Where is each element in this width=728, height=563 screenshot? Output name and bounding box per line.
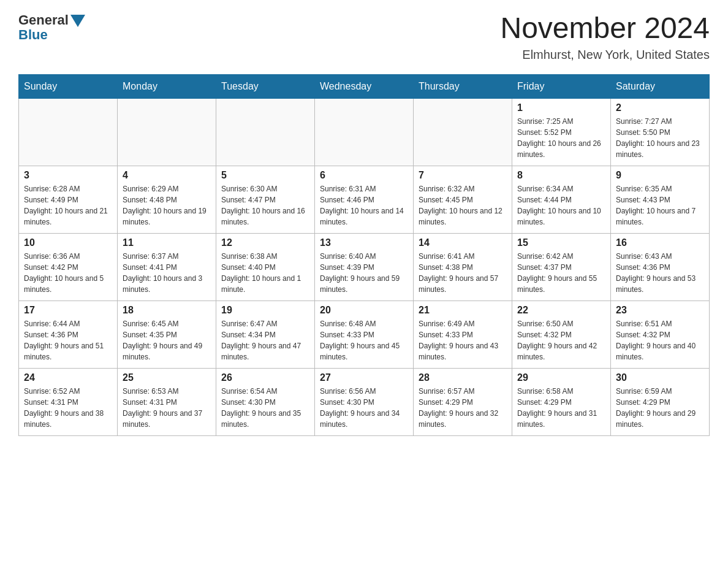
day-number: 10 — [24, 237, 112, 248]
calendar-cell: 13Sunrise: 6:40 AMSunset: 4:39 PMDayligh… — [315, 233, 414, 301]
day-info: Sunrise: 6:31 AMSunset: 4:46 PMDaylight:… — [320, 183, 408, 228]
calendar-day-header: Friday — [512, 74, 611, 98]
day-number: 3 — [24, 170, 112, 181]
day-info: Sunrise: 6:49 AMSunset: 4:33 PMDaylight:… — [419, 318, 507, 362]
calendar-day-header: Monday — [118, 74, 216, 98]
day-info: Sunrise: 6:50 AMSunset: 4:32 PMDaylight:… — [517, 318, 605, 362]
day-info: Sunrise: 6:56 AMSunset: 4:30 PMDaylight:… — [320, 386, 408, 430]
calendar-cell — [19, 98, 118, 166]
day-number: 27 — [320, 372, 408, 383]
day-number: 16 — [616, 237, 704, 248]
calendar-cell — [216, 98, 315, 166]
calendar-table: SundayMondayTuesdayWednesdayThursdayFrid… — [18, 74, 710, 436]
calendar-cell: 28Sunrise: 6:57 AMSunset: 4:29 PMDayligh… — [414, 368, 512, 435]
day-number: 6 — [320, 170, 408, 181]
day-info: Sunrise: 6:52 AMSunset: 4:31 PMDaylight:… — [24, 386, 112, 430]
day-number: 18 — [123, 305, 211, 316]
calendar-cell — [315, 98, 414, 166]
day-number: 23 — [616, 305, 704, 316]
day-number: 26 — [221, 372, 309, 383]
calendar-day-header: Wednesday — [315, 74, 414, 98]
day-info: Sunrise: 6:57 AMSunset: 4:29 PMDaylight:… — [419, 386, 507, 430]
day-number: 25 — [123, 372, 211, 383]
calendar-cell: 7Sunrise: 6:32 AMSunset: 4:45 PMDaylight… — [414, 166, 512, 233]
calendar-cell — [118, 98, 216, 166]
day-info: Sunrise: 6:30 AMSunset: 4:47 PMDaylight:… — [221, 183, 309, 228]
calendar-cell: 30Sunrise: 6:59 AMSunset: 4:29 PMDayligh… — [611, 368, 710, 435]
day-number: 1 — [517, 102, 605, 113]
day-number: 30 — [616, 372, 704, 383]
calendar-day-header: Sunday — [19, 74, 118, 98]
title-section: November 2024 Elmhurst, New York, United… — [500, 12, 710, 62]
day-info: Sunrise: 6:45 AMSunset: 4:35 PMDaylight:… — [123, 318, 211, 362]
calendar-cell: 3Sunrise: 6:28 AMSunset: 4:49 PMDaylight… — [19, 166, 118, 233]
calendar-cell: 23Sunrise: 6:51 AMSunset: 4:32 PMDayligh… — [611, 301, 710, 368]
calendar-cell: 6Sunrise: 6:31 AMSunset: 4:46 PMDaylight… — [315, 166, 414, 233]
day-info: Sunrise: 6:44 AMSunset: 4:36 PMDaylight:… — [24, 318, 112, 362]
day-number: 12 — [221, 237, 309, 248]
calendar-cell: 1Sunrise: 7:25 AMSunset: 5:52 PMDaylight… — [512, 98, 611, 166]
day-info: Sunrise: 6:28 AMSunset: 4:49 PMDaylight:… — [24, 183, 112, 228]
day-number: 28 — [419, 372, 507, 383]
day-info: Sunrise: 6:59 AMSunset: 4:29 PMDaylight:… — [616, 386, 704, 430]
calendar-cell: 20Sunrise: 6:48 AMSunset: 4:33 PMDayligh… — [315, 301, 414, 368]
calendar-cell — [414, 98, 512, 166]
calendar-cell: 24Sunrise: 6:52 AMSunset: 4:31 PMDayligh… — [19, 368, 118, 435]
calendar-week-row: 3Sunrise: 6:28 AMSunset: 4:49 PMDaylight… — [19, 166, 710, 233]
calendar-day-header: Tuesday — [216, 74, 315, 98]
day-info: Sunrise: 6:53 AMSunset: 4:31 PMDaylight:… — [123, 386, 211, 430]
day-number: 15 — [517, 237, 605, 248]
calendar-week-row: 1Sunrise: 7:25 AMSunset: 5:52 PMDaylight… — [19, 98, 710, 166]
day-info: Sunrise: 6:29 AMSunset: 4:48 PMDaylight:… — [123, 183, 211, 228]
day-number: 8 — [517, 170, 605, 181]
day-info: Sunrise: 6:34 AMSunset: 4:44 PMDaylight:… — [517, 183, 605, 228]
day-info: Sunrise: 6:42 AMSunset: 4:37 PMDaylight:… — [517, 251, 605, 295]
calendar-cell: 14Sunrise: 6:41 AMSunset: 4:38 PMDayligh… — [414, 233, 512, 301]
calendar-cell: 5Sunrise: 6:30 AMSunset: 4:47 PMDaylight… — [216, 166, 315, 233]
day-number: 17 — [24, 305, 112, 316]
day-number: 20 — [320, 305, 408, 316]
calendar-cell: 15Sunrise: 6:42 AMSunset: 4:37 PMDayligh… — [512, 233, 611, 301]
day-number: 2 — [616, 102, 704, 113]
day-number: 4 — [123, 170, 211, 181]
calendar-cell: 8Sunrise: 6:34 AMSunset: 4:44 PMDaylight… — [512, 166, 611, 233]
logo-general-text: General — [18, 12, 69, 28]
calendar-cell: 17Sunrise: 6:44 AMSunset: 4:36 PMDayligh… — [19, 301, 118, 368]
logo-triangle-icon — [70, 15, 85, 27]
calendar-cell: 29Sunrise: 6:58 AMSunset: 4:29 PMDayligh… — [512, 368, 611, 435]
page-header: General Blue November 2024 Elmhurst, New… — [18, 12, 710, 62]
calendar-week-row: 24Sunrise: 6:52 AMSunset: 4:31 PMDayligh… — [19, 368, 710, 435]
logo: General Blue — [18, 12, 85, 43]
day-info: Sunrise: 6:40 AMSunset: 4:39 PMDaylight:… — [320, 251, 408, 295]
day-info: Sunrise: 6:58 AMSunset: 4:29 PMDaylight:… — [517, 386, 605, 430]
day-info: Sunrise: 6:54 AMSunset: 4:30 PMDaylight:… — [221, 386, 309, 430]
calendar-cell: 9Sunrise: 6:35 AMSunset: 4:43 PMDaylight… — [611, 166, 710, 233]
calendar-cell: 16Sunrise: 6:43 AMSunset: 4:36 PMDayligh… — [611, 233, 710, 301]
calendar-week-row: 10Sunrise: 6:36 AMSunset: 4:42 PMDayligh… — [19, 233, 710, 301]
day-number: 24 — [24, 372, 112, 383]
calendar-cell: 19Sunrise: 6:47 AMSunset: 4:34 PMDayligh… — [216, 301, 315, 368]
calendar-cell: 25Sunrise: 6:53 AMSunset: 4:31 PMDayligh… — [118, 368, 216, 435]
calendar-day-header: Thursday — [414, 74, 512, 98]
day-number: 22 — [517, 305, 605, 316]
day-number: 7 — [419, 170, 507, 181]
day-info: Sunrise: 6:43 AMSunset: 4:36 PMDaylight:… — [616, 251, 704, 295]
location-title: Elmhurst, New York, United States — [500, 48, 710, 62]
day-info: Sunrise: 6:32 AMSunset: 4:45 PMDaylight:… — [419, 183, 507, 228]
calendar-cell: 26Sunrise: 6:54 AMSunset: 4:30 PMDayligh… — [216, 368, 315, 435]
day-info: Sunrise: 6:47 AMSunset: 4:34 PMDaylight:… — [221, 318, 309, 362]
day-number: 14 — [419, 237, 507, 248]
month-title: November 2024 — [500, 12, 710, 45]
day-number: 11 — [123, 237, 211, 248]
day-number: 21 — [419, 305, 507, 316]
calendar-cell: 22Sunrise: 6:50 AMSunset: 4:32 PMDayligh… — [512, 301, 611, 368]
day-info: Sunrise: 7:27 AMSunset: 5:50 PMDaylight:… — [616, 116, 704, 160]
calendar-cell: 27Sunrise: 6:56 AMSunset: 4:30 PMDayligh… — [315, 368, 414, 435]
calendar-cell: 21Sunrise: 6:49 AMSunset: 4:33 PMDayligh… — [414, 301, 512, 368]
calendar-cell: 18Sunrise: 6:45 AMSunset: 4:35 PMDayligh… — [118, 301, 216, 368]
calendar-week-row: 17Sunrise: 6:44 AMSunset: 4:36 PMDayligh… — [19, 301, 710, 368]
day-number: 19 — [221, 305, 309, 316]
day-info: Sunrise: 6:36 AMSunset: 4:42 PMDaylight:… — [24, 251, 112, 295]
calendar-header-row: SundayMondayTuesdayWednesdayThursdayFrid… — [19, 74, 710, 98]
calendar-cell: 12Sunrise: 6:38 AMSunset: 4:40 PMDayligh… — [216, 233, 315, 301]
